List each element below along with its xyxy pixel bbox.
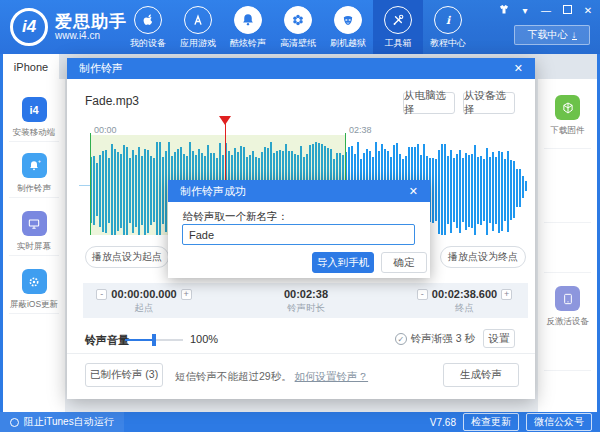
waveform-end-time: 02:38	[349, 125, 372, 135]
waveform-bar	[501, 152, 503, 231]
set-start-button[interactable]: 播放点设为起点	[85, 246, 169, 268]
nav-item-toolbox[interactable]: 工具箱	[373, 0, 423, 54]
volume-percent: 100%	[190, 333, 218, 345]
nav-item-wallpapers[interactable]: 高清壁纸	[273, 0, 323, 54]
sms-ringtone-hint: 短信铃声不能超过29秒。 如何设置铃声？	[175, 370, 368, 384]
modal-title: 制作铃声	[79, 61, 123, 76]
divider	[9, 313, 59, 314]
block-itunes-toggle[interactable]: 阻止iTunes自动运行	[0, 412, 124, 432]
waveform-bar	[492, 152, 494, 231]
close-button[interactable]: ✕	[582, 5, 594, 17]
selection-start-line[interactable]	[90, 133, 91, 235]
theme-icon[interactable]	[498, 4, 510, 18]
generate-ringtone-button[interactable]: 生成铃声	[443, 363, 519, 387]
download-center-label: 下载中心	[528, 28, 568, 42]
sidebar-item-block-ios-update[interactable]: 屏蔽iOS更新	[3, 269, 65, 311]
wallpaper-icon	[284, 6, 312, 34]
nav-item-ringtones[interactable]: 酷炫铃声	[223, 0, 273, 54]
sidebar-item-install-mobile[interactable]: i4 安装移动端	[3, 97, 65, 139]
apple-icon	[134, 6, 162, 34]
dialog-titlebar: 制作铃声成功 ✕	[168, 180, 430, 202]
divider	[544, 148, 591, 149]
header: i4 爱思助手 www.i4.cn 我的设备 应用游戏	[0, 0, 600, 54]
download-center-button[interactable]: 下载中心 ↓	[514, 25, 590, 45]
fade-in-label: 铃声渐强 3 秒	[411, 332, 475, 346]
end-minus-button[interactable]: -	[417, 289, 428, 300]
modal-close-icon[interactable]: ✕	[514, 62, 523, 75]
nav-item-my-device[interactable]: 我的设备	[123, 0, 173, 54]
waveform-bar	[135, 155, 137, 227]
waveform-bar	[120, 154, 122, 228]
made-ringtones-button[interactable]: 已制作铃声 (3)	[85, 363, 163, 387]
tab-iphone[interactable]: iPhone	[3, 54, 59, 79]
start-plus-button[interactable]: +	[181, 289, 192, 300]
deactivate-device-icon	[555, 286, 580, 311]
sidebar-item-label: 实时屏幕	[17, 241, 51, 253]
end-plus-button[interactable]: +	[501, 289, 512, 300]
volume-slider-handle[interactable]	[152, 334, 156, 346]
sidebar-item-live-screen[interactable]: 实时屏幕	[3, 211, 65, 253]
waveform-bar	[444, 144, 446, 235]
select-from-pc-button[interactable]: 从电脑选择	[403, 92, 455, 114]
sidebar-item-label: 制作铃声	[17, 183, 51, 195]
status-bar: 阻止iTunes自动运行 V7.68 检查更新 微信公众号	[0, 412, 600, 432]
nav-label: 刷机越狱	[330, 37, 366, 50]
make-ringtone-modal: 制作铃声 ✕ Fade.mp3 从电脑选择 从设备选择 00:00 02:38 …	[67, 58, 535, 399]
jailbreak-mask-icon	[334, 6, 362, 34]
end-time-value: 00:02:38.600	[432, 288, 497, 300]
import-to-phone-button[interactable]: 导入到手机	[312, 252, 374, 273]
volume-label: 铃声音量	[85, 333, 129, 348]
wechat-official-button[interactable]: 微信公众号	[526, 413, 592, 431]
dialog-close-icon[interactable]: ✕	[409, 185, 418, 198]
start-minus-button[interactable]: -	[96, 289, 107, 300]
menu-dropdown-icon[interactable]: ▾	[519, 5, 531, 17]
sidebar-item-make-ringtone[interactable]: + 制作铃声	[3, 153, 65, 195]
fade-settings-button[interactable]: 设置	[483, 329, 515, 348]
waveform-bar	[441, 144, 443, 235]
sidebar-left: i4 安装移动端 + 制作铃声 实时屏幕 屏蔽iOS更新	[3, 79, 65, 412]
nav-label: 我的设备	[130, 37, 166, 50]
waveform-bar	[129, 158, 131, 223]
waveform-bar	[489, 157, 491, 223]
download-arrow-icon: ↓	[572, 30, 577, 40]
waveform-bar	[432, 158, 434, 223]
sidebar-item-deactivate-device[interactable]: 反激活设备	[538, 286, 597, 328]
block-itunes-label: 阻止iTunes自动运行	[24, 415, 114, 429]
bell-icon	[234, 6, 262, 34]
waveform-bar	[108, 158, 110, 223]
nav-item-jailbreak[interactable]: 刷机越狱	[323, 0, 373, 54]
set-end-button[interactable]: 播放点设为终点	[440, 246, 526, 268]
nav-label: 教程中心	[430, 37, 466, 50]
waveform-bar	[153, 158, 155, 222]
waveform-bar	[450, 150, 452, 233]
waveform-bar	[162, 157, 164, 224]
waveform-bar	[114, 149, 116, 235]
waveform-bar	[147, 150, 149, 233]
waveform-bar	[447, 156, 449, 224]
check-update-button[interactable]: 检查更新	[463, 413, 519, 431]
nav-item-apps-games[interactable]: 应用游戏	[173, 0, 223, 54]
ringtone-success-dialog: 制作铃声成功 ✕ 给铃声取一个新名字： 导入到手机 确定	[168, 180, 430, 278]
waveform-bar	[159, 142, 161, 235]
sidebar-item-download-firmware[interactable]: 下载固件	[538, 95, 597, 137]
divider	[544, 370, 591, 371]
divider	[9, 255, 59, 256]
playhead-marker-icon[interactable]	[219, 116, 231, 125]
waveform-bar	[165, 151, 167, 232]
volume-slider-fill	[125, 339, 152, 341]
fade-in-zone[interactable]: ✓ 铃声渐强 3 秒	[395, 332, 475, 346]
select-from-device-button[interactable]: 从设备选择	[463, 92, 515, 114]
sidebar-item-label: 反激活设备	[546, 316, 589, 328]
divider	[544, 272, 591, 273]
ringtone-name-input[interactable]	[182, 224, 415, 245]
nav-item-tutorials[interactable]: i 教程中心	[423, 0, 473, 54]
maximize-button[interactable]	[561, 5, 573, 17]
volume-slider[interactable]	[125, 339, 183, 341]
app-logo[interactable]: i4 爱思助手 www.i4.cn	[10, 8, 127, 46]
minimize-button[interactable]: —	[540, 5, 552, 17]
ok-button[interactable]: 确定	[381, 252, 427, 273]
waveform-bar	[516, 169, 518, 207]
how-to-set-ringtone-link[interactable]: 如何设置铃声？	[295, 370, 369, 382]
end-time-group: - 00:02:38.600 + 终点	[407, 288, 522, 315]
waveform-bar	[513, 161, 515, 219]
